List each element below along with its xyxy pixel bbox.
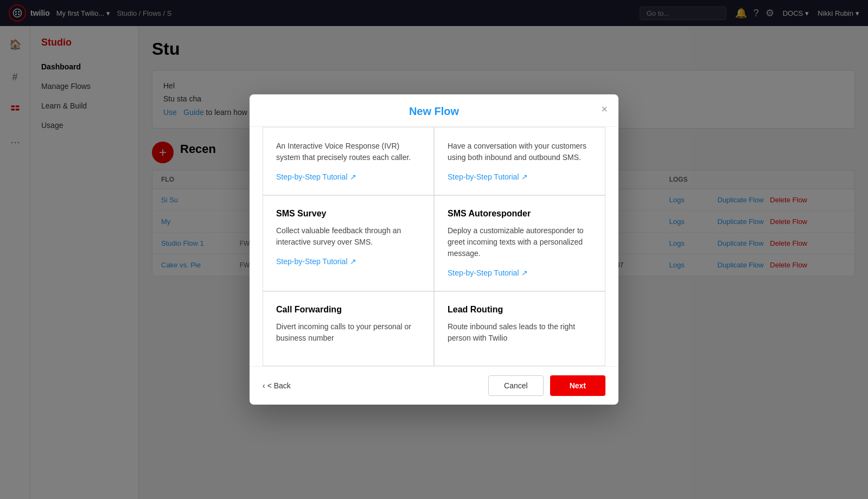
sms-survey-desc: Collect valuable feedback through an int…	[276, 225, 420, 248]
sms-auto-desc: Deploy a customizable autoresponder to g…	[448, 225, 592, 259]
template-card-ivr[interactable]: An Interactive Voice Response (IVR) syst…	[263, 127, 434, 195]
call-forwarding-desc: Divert incoming calls to your personal o…	[276, 321, 420, 344]
modal-body: An Interactive Voice Response (IVR) syst…	[250, 127, 618, 366]
template-card-sms-survey[interactable]: SMS Survey Collect valuable feedback thr…	[263, 195, 434, 291]
template-grid: An Interactive Voice Response (IVR) syst…	[263, 127, 605, 366]
sms-auto-tutorial-link[interactable]: Step-by-Step Tutorial ↗	[448, 268, 528, 277]
next-button[interactable]: Next	[550, 375, 605, 396]
ivr-desc: An Interactive Voice Response (IVR) syst…	[276, 140, 420, 163]
modal-title: New Flow	[409, 105, 459, 117]
modal-overlay[interactable]: New Flow × An Interactive Voice Response…	[0, 0, 868, 499]
sms-conv-tutorial-link[interactable]: Step-by-Step Tutorial ↗	[448, 172, 528, 181]
back-button[interactable]: ‹ < Back	[263, 381, 291, 390]
ivr-tutorial-link[interactable]: Step-by-Step Tutorial ↗	[276, 172, 356, 181]
external-link-icon: ↗	[350, 257, 356, 266]
call-forwarding-title: Call Forwarding	[276, 305, 420, 315]
footer-actions: Cancel Next	[488, 375, 605, 396]
template-card-lead-routing[interactable]: Lead Routing Route inbound sales leads t…	[434, 291, 605, 366]
sms-survey-title: SMS Survey	[276, 209, 420, 219]
modal-close-button[interactable]: ×	[601, 103, 608, 116]
modal-header: New Flow ×	[250, 94, 618, 127]
template-card-call-forwarding[interactable]: Call Forwarding Divert incoming calls to…	[263, 291, 434, 366]
cancel-button[interactable]: Cancel	[488, 375, 544, 396]
modal-footer: ‹ < Back Cancel Next	[250, 366, 618, 405]
external-link-icon: ↗	[521, 172, 528, 181]
sms-auto-title: SMS Autoresponder	[448, 209, 592, 219]
lead-routing-title: Lead Routing	[448, 305, 592, 315]
template-card-sms-auto[interactable]: SMS Autoresponder Deploy a customizable …	[434, 195, 605, 291]
back-label: < Back	[267, 381, 291, 390]
new-flow-modal: New Flow × An Interactive Voice Response…	[250, 94, 618, 405]
lead-routing-desc: Route inbound sales leads to the right p…	[448, 321, 592, 344]
template-card-sms-conv[interactable]: Have a conversation with your customers …	[434, 127, 605, 195]
external-link-icon: ↗	[350, 172, 356, 181]
chevron-left-icon: ‹	[263, 381, 265, 390]
external-link-icon: ↗	[521, 268, 528, 277]
sms-conv-desc: Have a conversation with your customers …	[448, 140, 592, 163]
sms-survey-tutorial-link[interactable]: Step-by-Step Tutorial ↗	[276, 257, 356, 266]
